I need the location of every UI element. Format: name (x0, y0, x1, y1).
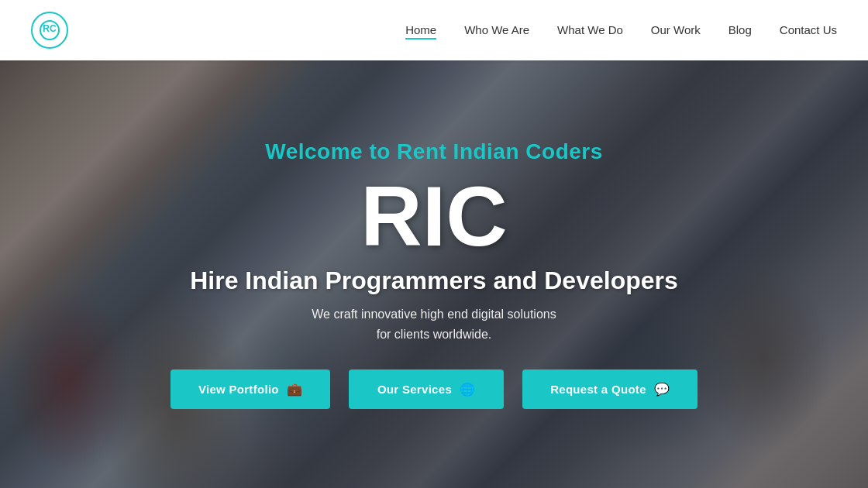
logo[interactable]: RC (31, 12, 68, 49)
nav-item-home[interactable]: Home (405, 23, 436, 37)
logo-icon: RC (31, 12, 68, 49)
hero-content: Welcome to Rent Indian Coders RIC Hire I… (140, 139, 728, 408)
quote-icon: 💬 (654, 382, 670, 397)
nav-link-blog[interactable]: Blog (728, 23, 752, 36)
hero-welcome-text: Welcome to Rent Indian Coders (170, 139, 698, 164)
nav-link-our-work[interactable]: Our Work (651, 23, 701, 36)
navbar: RC Home Who We Are What We Do Our Work B… (0, 0, 868, 60)
nav-item-who-we-are[interactable]: Who We Are (464, 23, 529, 37)
svg-text:RC: RC (43, 23, 57, 34)
nav-item-blog[interactable]: Blog (728, 23, 752, 37)
view-portfolio-button[interactable]: View Portfolio 💼 (170, 369, 330, 409)
hero-description: We craft innovative high end digital sol… (170, 304, 698, 344)
hero-section: Welcome to Rent Indian Coders RIC Hire I… (0, 60, 868, 488)
services-icon: 🌐 (460, 382, 475, 397)
nav-item-our-work[interactable]: Our Work (651, 23, 701, 37)
nav-links: Home Who We Are What We Do Our Work Blog… (405, 23, 837, 37)
our-services-button[interactable]: Our Services 🌐 (349, 369, 504, 409)
nav-item-contact-us[interactable]: Contact Us (780, 23, 837, 37)
quote-label: Request a Quote (550, 383, 646, 396)
portfolio-label: View Portfolio (198, 383, 279, 396)
nav-link-what-we-do[interactable]: What We Do (557, 23, 623, 36)
portfolio-icon: 💼 (287, 382, 302, 397)
nav-link-who-we-are[interactable]: Who We Are (464, 23, 529, 36)
hero-subtitle: Hire Indian Programmers and Developers (170, 266, 698, 295)
nav-link-home[interactable]: Home (405, 23, 436, 40)
request-quote-button[interactable]: Request a Quote 💬 (522, 369, 698, 409)
nav-link-contact-us[interactable]: Contact Us (780, 23, 837, 36)
services-label: Our Services (377, 383, 452, 396)
hero-title: RIC (170, 174, 698, 259)
nav-item-what-we-do[interactable]: What We Do (557, 23, 623, 37)
hero-buttons: View Portfolio 💼 Our Services 🌐 Request … (170, 369, 698, 409)
